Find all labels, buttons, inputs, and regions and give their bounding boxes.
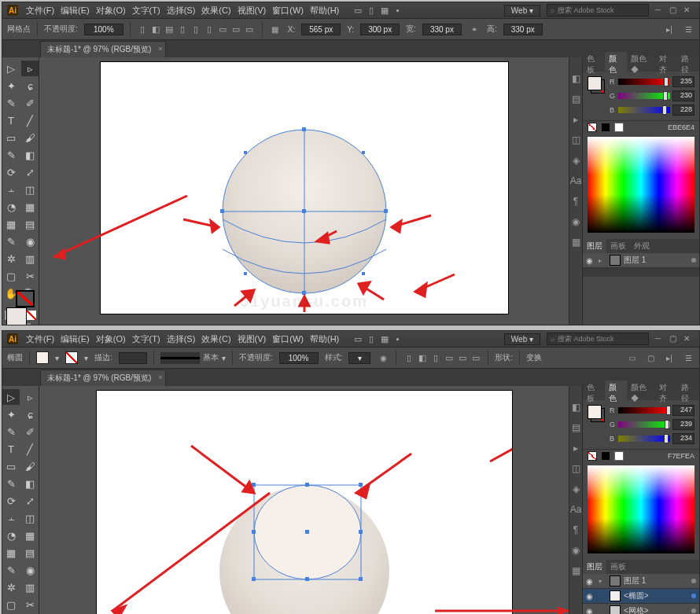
workspace-dropdown[interactable]: Web ▾	[504, 333, 540, 345]
align-icon[interactable]: ▭	[217, 24, 229, 35]
layout-icon[interactable]: ▪	[392, 333, 403, 345]
scale-tool[interactable]: ⤢	[21, 164, 39, 180]
panel-menu-icon[interactable]: ☰	[682, 23, 694, 35]
slider-r-value[interactable]: 235	[672, 76, 694, 87]
fill-swatch[interactable]	[6, 307, 27, 325]
slider-r-value[interactable]: 247	[672, 405, 694, 416]
artboard-tool[interactable]: ▢	[2, 597, 20, 612]
layer-name[interactable]: 图层 1	[624, 575, 688, 586]
align-icon[interactable]: ▭	[230, 24, 242, 35]
close-tab-icon[interactable]: ×	[158, 45, 162, 53]
align-icon[interactable]: ▭	[470, 352, 481, 364]
stroke-preview[interactable]: 基本 ▾	[160, 352, 226, 364]
menu-edit[interactable]: 编辑(E)	[61, 5, 90, 17]
brush-tool[interactable]: 🖌	[21, 458, 39, 474]
stroke-swatch[interactable]	[16, 290, 35, 307]
isolate-icon[interactable]: ▭	[625, 351, 638, 364]
symbol-sprayer-tool[interactable]: ✲	[2, 251, 20, 267]
maximize-icon[interactable]: ▢	[669, 6, 679, 15]
menu-file[interactable]: 文件(F)	[26, 333, 54, 345]
menu-file[interactable]: 文件(F)	[26, 5, 54, 17]
scale-tool[interactable]: ⤢	[21, 493, 39, 509]
close-icon[interactable]: ✕	[683, 334, 693, 344]
panel-icon[interactable]: Aa	[570, 175, 582, 186]
artboard[interactable]	[97, 391, 512, 614]
panel-icon[interactable]: ◫	[572, 134, 580, 145]
menu-help[interactable]: 帮助(H)	[310, 333, 339, 345]
slider-r-track[interactable]	[618, 407, 670, 414]
align-icon[interactable]: ◧	[150, 24, 162, 35]
maximize-icon[interactable]: ▢	[669, 334, 679, 344]
target-icon[interactable]	[691, 258, 696, 263]
layer-name[interactable]: 图层 1	[624, 255, 688, 266]
menu-type[interactable]: 文字(T)	[132, 5, 160, 17]
panel-icon[interactable]: ▦	[572, 565, 580, 576]
align-icon[interactable]: ▭	[456, 352, 468, 364]
panel-icon[interactable]: Aa	[570, 504, 582, 515]
layout-icon[interactable]: ▯	[365, 333, 377, 345]
opacity-value[interactable]: 100%	[279, 352, 319, 364]
panel-icon[interactable]: ▸	[573, 114, 578, 125]
panel-menu-icon[interactable]: ☰	[682, 351, 694, 364]
magic-wand-tool[interactable]: ✦	[2, 406, 20, 422]
visibility-icon[interactable]: ◉	[586, 592, 595, 601]
menu-object[interactable]: 对象(O)	[96, 5, 126, 17]
perspective-tool[interactable]: ▦	[21, 528, 39, 543]
layout-icon[interactable]: ▭	[352, 333, 363, 345]
adobe-stock-search[interactable]: ⌕搜索 Adobe Stock	[547, 333, 649, 345]
workspace-dropdown[interactable]: Web ▾	[504, 5, 540, 17]
type-tool[interactable]: T	[2, 441, 20, 457]
adobe-stock-search[interactable]: ⌕搜索 Adobe Stock	[547, 4, 649, 17]
stroke-weight[interactable]	[119, 352, 147, 364]
minimize-icon[interactable]: ─	[655, 334, 665, 344]
line-tool[interactable]: ╱	[21, 112, 39, 128]
align-icon[interactable]: ▭	[443, 352, 455, 364]
white-swatch[interactable]	[614, 123, 624, 132]
slider-b-value[interactable]: 228	[672, 105, 694, 116]
menu-view[interactable]: 视图(V)	[238, 333, 267, 345]
brush-tool[interactable]: 🖌	[21, 130, 39, 145]
layout-icon[interactable]: ▦	[378, 333, 390, 345]
slider-r-track[interactable]	[618, 79, 670, 85]
slider-g-value[interactable]: 230	[672, 90, 694, 101]
menu-view[interactable]: 视图(V)	[238, 5, 267, 17]
shape-builder-tool[interactable]: ◔	[2, 199, 20, 215]
hex-value[interactable]: EBE6E4	[668, 123, 694, 131]
magic-wand-tool[interactable]: ✦	[2, 78, 20, 94]
artboard[interactable]: 51yuansu.com	[101, 62, 508, 314]
transform-label[interactable]: 变换	[526, 352, 542, 363]
direct-select-tool[interactable]: ▹	[21, 389, 39, 405]
shaper-tool[interactable]: ✎	[2, 147, 20, 163]
slider-g-track[interactable]	[618, 421, 670, 428]
mode-none[interactable]	[27, 311, 36, 320]
lasso-tool[interactable]: ɕ	[21, 406, 39, 422]
slider-g-track[interactable]	[618, 93, 670, 99]
target-icon[interactable]	[691, 579, 696, 583]
mesh-tool[interactable]: ▦	[2, 545, 20, 561]
line-tool[interactable]: ╱	[21, 441, 39, 457]
no-color-swatch[interactable]	[588, 123, 597, 132]
gradient-tool[interactable]: ▤	[21, 545, 39, 561]
layout-icon[interactable]: ▯	[365, 5, 377, 17]
align-icon[interactable]: ▭	[244, 24, 256, 35]
layer-row[interactable]: ◉ ▾ 图层 1	[583, 574, 699, 589]
black-swatch[interactable]	[602, 123, 610, 131]
document-tab[interactable]: 未标题-1* @ 97% (RGB/预览) ×	[40, 370, 166, 386]
visibility-icon[interactable]: ◉	[586, 256, 595, 265]
curvature-tool[interactable]: ✐	[21, 424, 39, 439]
fill-swatch-mini[interactable]	[36, 351, 49, 364]
align-icon[interactable]: ▯	[204, 24, 216, 35]
width-tool[interactable]: ⫠	[2, 510, 20, 526]
edit-icon[interactable]: ▢	[644, 351, 657, 364]
graph-tool[interactable]: ▥	[21, 251, 39, 267]
layout-icon[interactable]: ▭	[352, 5, 363, 17]
sublayer-row-ellipse[interactable]: ◉ <椭圆>	[583, 589, 699, 604]
panel-toggle-icon[interactable]: ▸|	[663, 23, 676, 35]
black-swatch[interactable]	[602, 452, 610, 460]
slider-b-track[interactable]	[618, 436, 670, 442]
panel-icon[interactable]: ◈	[573, 155, 580, 166]
gradient-tool[interactable]: ▤	[21, 216, 39, 232]
rotate-tool[interactable]: ⟳	[2, 493, 20, 509]
rotate-tool[interactable]: ⟳	[2, 164, 20, 180]
align-icon[interactable]: ▯	[190, 24, 202, 35]
